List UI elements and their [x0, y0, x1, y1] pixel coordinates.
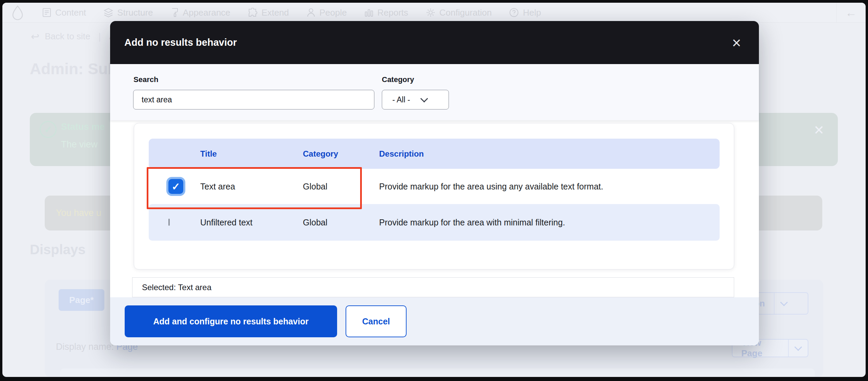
checkbox-unfiltered-text[interactable]	[168, 219, 170, 225]
status-close-icon[interactable]: ✕	[813, 124, 824, 137]
row-title: Unfiltered text	[200, 204, 252, 241]
toolbar-item-label: Structure	[117, 7, 153, 18]
check-circle-icon: ✓	[40, 121, 57, 138]
dialog-title: Add no results behavior	[124, 37, 237, 48]
add-no-results-behavior-dialog: Add no results behavior × Search Categor…	[110, 21, 759, 345]
toolbar-item-configuration[interactable]: Configuration	[426, 7, 492, 18]
back-arrow-icon: ↩	[31, 31, 39, 42]
dialog-close-button[interactable]: ×	[728, 34, 745, 52]
status-body: The view	[61, 139, 98, 150]
toolbar-item-label: Appearance	[183, 7, 230, 18]
column-header-title: Title	[200, 139, 217, 169]
selected-summary-text: Selected: Text area	[142, 283, 211, 292]
warning-text: You have u	[56, 208, 101, 218]
filter-bar: Search Category - All -	[110, 64, 759, 120]
search-input[interactable]	[133, 90, 374, 109]
selected-summary-bar: Selected: Text area	[132, 277, 734, 297]
checkbox-text-area[interactable]: ✓	[168, 179, 183, 194]
table-row-text-area[interactable]: ✓ Text area Global Provide markup for th…	[149, 169, 720, 204]
chevron-down-icon	[789, 346, 808, 350]
column-header-description: Description	[379, 139, 424, 169]
dialog-footer: Add and configure no results behavior Ca…	[110, 297, 759, 345]
chevron-down-icon	[420, 95, 428, 103]
table-header-row: Title Category Description	[149, 139, 720, 169]
checkbox-unchecked-icon	[168, 219, 170, 226]
table-row-unfiltered-text[interactable]: Unfiltered text Global Provide markup fo…	[149, 204, 720, 241]
toolbar-item-appearance[interactable]: Appearance	[171, 7, 230, 18]
displays-heading: Displays	[30, 242, 86, 257]
toolbar-item-label: Reports	[377, 7, 408, 18]
category-label: Category	[382, 75, 414, 84]
cancel-button[interactable]: Cancel	[346, 305, 407, 337]
page-display-tab[interactable]: Page*	[59, 289, 104, 311]
row-category: Global	[303, 169, 327, 204]
toolbar-item-label: Help	[523, 7, 541, 18]
breadcrumb-divider: |	[96, 31, 104, 42]
toolbar-item-structure[interactable]: Structure	[104, 7, 153, 18]
row-description: Provide markup for the area with minimal…	[379, 204, 565, 241]
toolbar-item-people[interactable]: People	[307, 7, 347, 18]
toolbar-item-content[interactable]: Content	[42, 7, 86, 18]
checkbox-checked-icon: ✓	[168, 179, 183, 194]
toolbar-item-label: Extend	[262, 7, 289, 18]
row-category: Global	[303, 204, 327, 241]
display-settings-fieldset	[60, 368, 815, 377]
toolbar-collapse-button[interactable]: ←	[836, 3, 866, 22]
category-selected-value: - All -	[392, 95, 410, 104]
back-to-site-link[interactable]: Back to site	[45, 31, 90, 42]
chevron-down-icon	[774, 302, 793, 305]
status-title: Status me	[61, 122, 105, 132]
drupal-logo-icon[interactable]	[11, 5, 25, 20]
row-title: Text area	[200, 169, 235, 204]
admin-toolbar: Content Structure Appearance Extend Peop	[2, 3, 866, 23]
left-arrow-icon: ←	[845, 6, 857, 19]
toolbar-item-label: Configuration	[439, 7, 492, 18]
toolbar-item-reports[interactable]: Reports	[365, 7, 408, 18]
behavior-list-card: Title Category Description ✓ Text area G…	[134, 123, 734, 269]
dialog-header: Add no results behavior ×	[110, 21, 759, 64]
display-name-label: Display name:	[56, 342, 114, 352]
toolbar-item-label: Content	[55, 7, 86, 18]
browser-viewport: Content Structure Appearance Extend Peop	[2, 3, 866, 377]
close-icon: ×	[732, 34, 741, 52]
toolbar-item-extend[interactable]: Extend	[248, 7, 289, 18]
category-select[interactable]: - All -	[382, 90, 449, 109]
page-title: Admin: Sub	[30, 60, 117, 78]
search-label: Search	[133, 75, 158, 84]
add-and-configure-button[interactable]: Add and configure no results behavior	[125, 305, 337, 337]
toolbar-item-help[interactable]: Help	[509, 7, 541, 18]
breadcrumb: ↩ Back to site | Ad	[31, 31, 120, 42]
column-header-category: Category	[303, 139, 338, 169]
row-description: Provide markup for the area using any av…	[379, 169, 603, 204]
toolbar-item-label: People	[319, 7, 347, 18]
